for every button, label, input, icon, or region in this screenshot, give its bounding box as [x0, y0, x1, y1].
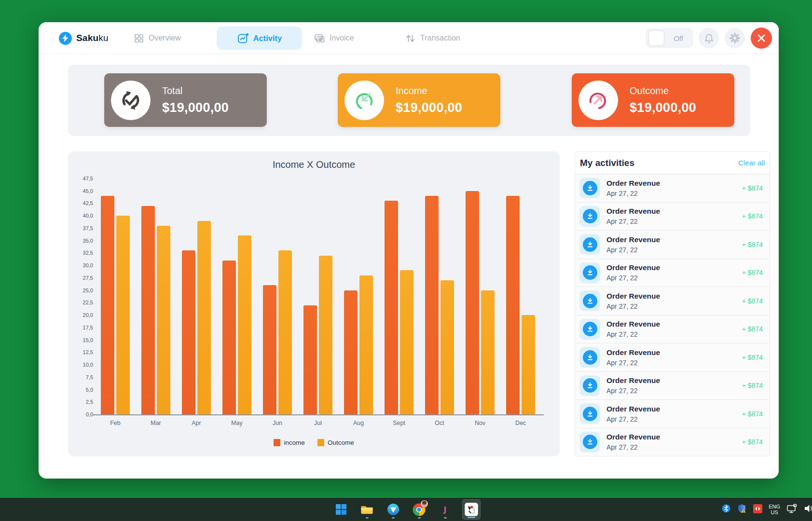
clear-all-link[interactable]: Clear all — [738, 159, 765, 167]
activity-list-item[interactable]: Order Revenue Apr 27, 22 + $874 — [575, 343, 770, 372]
close-icon — [757, 34, 766, 42]
file-explorer-button[interactable] — [358, 499, 376, 520]
settings-button[interactable] — [725, 28, 745, 48]
activities-list: Order Revenue Apr 27, 22 + $874 Order Re… — [575, 174, 770, 456]
red-app-tray-icon[interactable] — [753, 504, 762, 515]
running-indicator — [418, 517, 421, 519]
y-tick-label: 27,5 — [74, 275, 93, 281]
tab-transaction[interactable]: Transaction — [404, 22, 460, 54]
y-tick-label: 2,5 — [74, 399, 93, 405]
tab-overview[interactable]: Overview — [134, 22, 181, 54]
activity-list-item[interactable]: Order Revenue Apr 27, 22 + $874 — [575, 231, 770, 259]
arrow-in-circle-icon — [344, 81, 384, 120]
toggle-knob[interactable] — [648, 30, 664, 46]
activities-header: My activities Clear all — [575, 152, 770, 174]
activity-title: Order Revenue — [606, 376, 660, 385]
toggle-label: Off — [664, 34, 692, 42]
activity-list-item[interactable]: Order Revenue Apr 27, 22 + $874 — [575, 428, 770, 456]
close-window-button[interactable] — [751, 27, 772, 49]
speaker-icon[interactable] — [804, 504, 812, 515]
notifications-button[interactable] — [699, 28, 719, 48]
legend-item-outcome: Outcome — [317, 439, 354, 446]
brand-name: Sakuku — [76, 33, 109, 43]
activity-list-item[interactable]: Order Revenue Apr 27, 22 + $874 — [575, 259, 770, 288]
download-icon-container — [579, 432, 600, 452]
summary-cards-panel: Total $19,000,00 Income $19,000,00 — [68, 65, 750, 136]
legend-swatch — [317, 439, 324, 446]
x-tick-label: Jun — [257, 420, 298, 426]
y-tick-label: 35,0 — [74, 238, 93, 244]
sakuku-app-window: Sakuku Overview Activity — [39, 22, 779, 479]
x-tick-label: Jul — [298, 420, 338, 426]
card-amount: $19,000,00 — [162, 100, 229, 115]
download-icon-container — [579, 262, 600, 283]
y-tick-label: 15,0 — [74, 337, 93, 343]
activity-title: Order Revenue — [606, 320, 660, 329]
activity-list-item[interactable]: Order Revenue Apr 27, 22 + $874 — [575, 203, 770, 231]
income-bar — [303, 305, 317, 414]
activity-list-item[interactable]: Order Revenue Apr 27, 22 + $874 — [575, 400, 770, 428]
tab-invoice[interactable]: Invoice — [314, 22, 354, 54]
income-bar — [385, 201, 398, 414]
start-button[interactable] — [332, 499, 350, 520]
y-tick-label: 45,0 — [74, 188, 93, 194]
card-title: Outcome — [630, 85, 696, 96]
bluetooth-icon[interactable] — [722, 504, 730, 515]
chart-legend: incomeOutcome — [68, 439, 560, 446]
j-app-button[interactable]: J — [436, 499, 454, 520]
desktop-background: Sakuku Overview Activity — [0, 0, 812, 521]
legend-item-income: income — [274, 439, 305, 446]
folder-icon — [360, 504, 373, 515]
x-tick-label: Nov — [460, 420, 500, 426]
income-bar — [466, 191, 479, 414]
outcome-bar — [522, 315, 535, 414]
activity-list-item[interactable]: Order Revenue Apr 27, 22 + $874 — [575, 287, 770, 315]
x-axis-labels: FebMarAprMayJunJulAugSeptOctNovDec — [95, 420, 541, 426]
y-tick-label: 7,5 — [74, 374, 93, 380]
activity-list-item[interactable]: Order Revenue Apr 27, 22 + $874 — [575, 315, 770, 344]
bell-icon — [702, 32, 716, 45]
chrome-button[interactable] — [410, 499, 428, 520]
income-card: Income $19,000,00 — [338, 73, 500, 127]
language-indicator[interactable]: ENG US — [769, 504, 780, 515]
triangle-browser-button[interactable] — [384, 499, 402, 520]
activity-title: Order Revenue — [606, 263, 660, 272]
x-tick-label: Aug — [338, 420, 379, 426]
y-tick-label: 0,0 — [74, 411, 93, 417]
activity-list-item[interactable]: Order Revenue Apr 27, 22 + $874 — [575, 372, 770, 400]
income-bar — [182, 250, 195, 414]
legend-swatch — [274, 439, 280, 446]
activity-list-item[interactable]: Order Revenue Apr 27, 22 + $874 — [575, 174, 770, 203]
income-bar — [425, 196, 439, 414]
outcome-card: Outcome $19,000,00 — [572, 73, 734, 127]
transaction-arrows-icon — [404, 32, 416, 44]
x-tick-label: Oct — [419, 420, 460, 426]
bar-group-jul — [298, 178, 338, 414]
navbar-controls: Off — [646, 22, 772, 54]
security-shield-icon[interactable] — [737, 504, 747, 516]
legend-label: income — [284, 439, 305, 446]
download-icon — [583, 181, 597, 195]
off-toggle[interactable]: Off — [646, 28, 693, 48]
activities-panel: My activities Clear all Order Revenue Ap… — [575, 151, 770, 456]
x-tick-label: May — [217, 420, 257, 426]
bar-groups — [95, 178, 541, 414]
bar-group-aug — [338, 178, 379, 414]
y-tick-label: 32,5 — [74, 250, 93, 256]
activity-date: Apr 27, 22 — [606, 387, 660, 395]
java-app-button-active[interactable] — [462, 499, 481, 520]
tab-activity[interactable]: Activity — [217, 27, 302, 50]
y-tick-label: 20,0 — [74, 312, 93, 318]
outcome-bar — [319, 256, 332, 414]
income-bar — [263, 285, 276, 414]
gear-icon — [729, 32, 741, 44]
activity-chart-icon — [237, 32, 249, 44]
download-icon-container — [579, 290, 600, 311]
download-icon-container — [579, 206, 600, 227]
card-amount: $19,000,00 — [630, 100, 696, 115]
display-icon[interactable] — [786, 503, 798, 516]
activity-date: Apr 27, 22 — [606, 274, 660, 282]
windows-logo-icon — [335, 504, 347, 515]
x-axis-line — [93, 414, 544, 415]
download-icon-container — [579, 319, 600, 340]
